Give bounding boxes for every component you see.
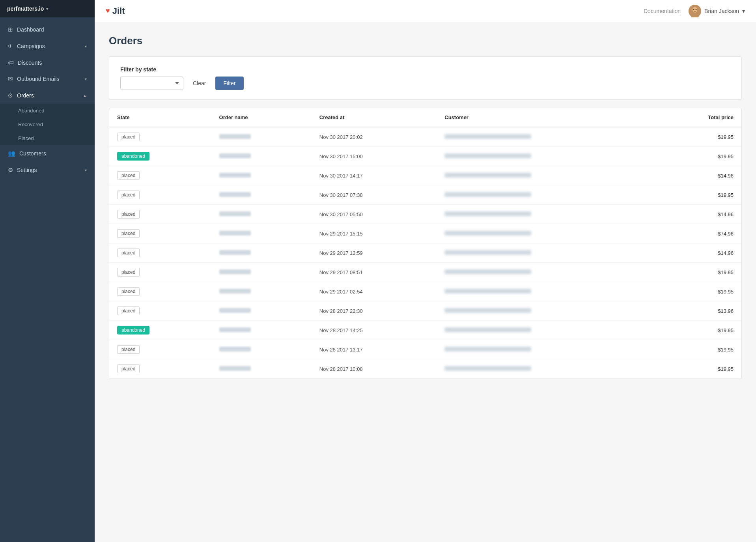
cell-customer (437, 282, 654, 301)
cell-price: $14.96 (654, 166, 741, 185)
filter-button[interactable]: Filter (215, 77, 243, 90)
topbar: ♥ Jilt Documentation Brian Jackson ▾ (95, 0, 756, 22)
cell-state: placed (109, 127, 211, 147)
cell-state: placed (109, 301, 211, 321)
cell-created-at: Nov 30 2017 15:00 (312, 147, 437, 166)
table-row[interactable]: placed Nov 28 2017 10:08 $19.95 (109, 359, 741, 379)
sidebar-item-orders[interactable]: ⊙ Orders ▲ (0, 87, 95, 104)
sidebar-item-discounts[interactable]: 🏷 Discounts (0, 54, 95, 71)
main-content: Orders Filter by state placed abandoned … (95, 22, 756, 542)
cell-state: placed (109, 205, 211, 224)
cell-customer (437, 301, 654, 321)
order-name-value (219, 192, 251, 197)
customer-value (444, 327, 531, 332)
table-row[interactable]: placed Nov 29 2017 12:59 $14.96 (109, 243, 741, 263)
order-name-value (219, 250, 251, 255)
sidebar-item-abandoned[interactable]: Abandoned (0, 104, 95, 118)
cell-price: $19.95 (654, 340, 741, 359)
sidebar-label-orders: Orders (17, 92, 34, 99)
customer-value (444, 211, 531, 216)
cell-price: $19.95 (654, 321, 741, 340)
cell-customer (437, 340, 654, 359)
sidebar-item-campaigns[interactable]: ✈ Campaigns ▾ (0, 38, 95, 54)
discounts-icon: 🏷 (8, 59, 14, 66)
table-row[interactable]: placed Nov 29 2017 08:51 $19.95 (109, 263, 741, 282)
sidebar-item-outbound-emails[interactable]: ✉ Outbound Emails ▾ (0, 71, 95, 87)
user-chevron: ▾ (742, 8, 745, 14)
table-row[interactable]: placed Nov 28 2017 13:17 $19.95 (109, 340, 741, 359)
cell-created-at: Nov 30 2017 07:38 (312, 185, 437, 205)
topbar-logo: ♥ Jilt (106, 6, 125, 16)
table-row[interactable]: placed Nov 30 2017 20:02 $19.95 (109, 127, 741, 147)
table-row[interactable]: placed Nov 30 2017 07:38 $19.95 (109, 185, 741, 205)
state-badge: abandoned (117, 152, 149, 161)
cell-order-name (211, 282, 312, 301)
cell-state: placed (109, 185, 211, 205)
orders-chevron: ▲ (83, 93, 87, 98)
sidebar-item-dashboard[interactable]: ⊞ Dashboard (0, 21, 95, 38)
state-badge: placed (117, 249, 140, 257)
customer-value (444, 269, 531, 274)
logo-text: Jilt (112, 6, 125, 16)
cell-order-name (211, 185, 312, 205)
cell-customer (437, 263, 654, 282)
cell-order-name (211, 127, 312, 147)
cell-state: placed (109, 243, 211, 263)
state-badge: placed (117, 133, 140, 141)
order-name-value (219, 308, 251, 313)
abandoned-label: Abandoned (18, 108, 45, 114)
customer-value (444, 347, 531, 351)
table-row[interactable]: abandoned Nov 28 2017 14:25 $19.95 (109, 321, 741, 340)
table-row[interactable]: placed Nov 30 2017 05:50 $14.96 (109, 205, 741, 224)
cell-order-name (211, 263, 312, 282)
sidebar-item-recovered[interactable]: Recovered (0, 118, 95, 131)
documentation-link[interactable]: Documentation (644, 8, 681, 14)
cell-order-name (211, 243, 312, 263)
sidebar-item-settings[interactable]: ⚙ Settings ▾ (0, 162, 95, 178)
cell-price: $19.95 (654, 263, 741, 282)
settings-icon: ⚙ (8, 166, 13, 174)
table-row[interactable]: abandoned Nov 30 2017 15:00 $19.95 (109, 147, 741, 166)
brand-chevron: ▾ (46, 7, 48, 11)
cell-created-at: Nov 29 2017 12:59 (312, 243, 437, 263)
col-order-name: Order name (211, 108, 312, 127)
sidebar-item-customers[interactable]: 👥 Customers (0, 145, 95, 162)
cell-customer (437, 185, 654, 205)
state-badge: placed (117, 364, 140, 373)
state-badge: placed (117, 229, 140, 238)
topbar-right: Documentation Brian Jackson ▾ (644, 5, 745, 17)
user-menu[interactable]: Brian Jackson ▾ (689, 5, 745, 17)
heart-icon: ♥ (106, 7, 110, 15)
cell-order-name (211, 340, 312, 359)
clear-button[interactable]: Clear (188, 77, 211, 90)
table-row[interactable]: placed Nov 28 2017 22:30 $13.96 (109, 301, 741, 321)
brand-selector[interactable]: perfmatters.io ▾ (0, 0, 95, 17)
orders-submenu: Abandoned Recovered Placed (0, 104, 95, 145)
settings-chevron: ▾ (85, 168, 87, 172)
sidebar-label-campaigns: Campaigns (17, 43, 45, 49)
sidebar-nav: ⊞ Dashboard ✈ Campaigns ▾ 🏷 Discounts ✉ … (0, 17, 95, 182)
orders-icon: ⊙ (8, 92, 13, 99)
sidebar-label-outbound-emails: Outbound Emails (17, 76, 59, 82)
cell-price: $19.95 (654, 147, 741, 166)
cell-price: $19.95 (654, 127, 741, 147)
campaigns-icon: ✈ (8, 43, 13, 50)
cell-state: placed (109, 166, 211, 185)
cell-state: placed (109, 359, 211, 379)
cell-created-at: Nov 29 2017 08:51 (312, 263, 437, 282)
table-row[interactable]: placed Nov 29 2017 15:15 $74.96 (109, 224, 741, 243)
order-name-value (219, 269, 251, 274)
svg-point-4 (696, 9, 697, 10)
col-state: State (109, 108, 211, 127)
cell-price: $14.96 (654, 243, 741, 263)
sidebar-item-placed[interactable]: Placed (0, 131, 95, 145)
customer-value (444, 173, 531, 178)
main-wrapper: ♥ Jilt Documentation Brian Jackson ▾ (95, 0, 756, 542)
customer-value (444, 192, 531, 197)
filter-card: Filter by state placed abandoned recover… (109, 56, 742, 100)
cell-created-at: Nov 30 2017 14:17 (312, 166, 437, 185)
order-name-value (219, 153, 251, 158)
table-row[interactable]: placed Nov 30 2017 14:17 $14.96 (109, 166, 741, 185)
state-select[interactable]: placed abandoned recovered (120, 77, 183, 90)
table-row[interactable]: placed Nov 29 2017 02:54 $19.95 (109, 282, 741, 301)
